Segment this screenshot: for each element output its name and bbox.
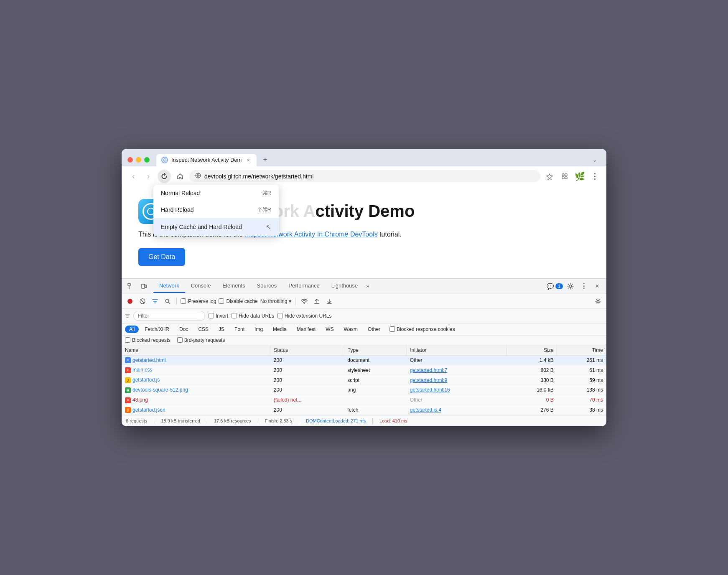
blocked-response-cookies-checkbox[interactable] (389, 326, 395, 332)
initiator-cell[interactable]: getstarted.html:16 (407, 385, 507, 395)
filter-toggle-button[interactable] (150, 296, 160, 306)
tab-sources[interactable]: Sources (251, 279, 283, 293)
bookmark-button[interactable] (544, 170, 555, 182)
devtools-inspect-icon[interactable] (125, 279, 137, 294)
filter-ws[interactable]: WS (321, 326, 338, 333)
blocked-requests-checkbox[interactable] (125, 337, 130, 343)
blocked-response-cookies-label[interactable]: Blocked response cookies (389, 326, 455, 332)
filter-all[interactable]: All (125, 326, 139, 333)
record-button[interactable] (125, 296, 135, 306)
tab-dropdown-button[interactable]: ⌄ (589, 154, 601, 166)
initiator-link[interactable]: getstarted.js:4 (410, 407, 441, 413)
forward-button[interactable]: › (143, 170, 154, 182)
new-tab-button[interactable]: + (259, 154, 271, 166)
col-header-status[interactable]: Status (270, 345, 344, 356)
filter-doc[interactable]: Doc (175, 326, 192, 333)
filter-manifest[interactable]: Manifest (293, 326, 320, 333)
third-party-requests-checkbox[interactable] (177, 337, 183, 343)
devtools-close-button[interactable]: × (591, 279, 603, 294)
name-cell[interactable]: ✕48.png (122, 395, 270, 405)
table-row[interactable]: ≡getstarted.html 200 document Other 1.4 … (122, 355, 606, 365)
throttle-select[interactable]: No throttling ▾ (260, 298, 292, 304)
filter-fetch-xhr[interactable]: Fetch/XHR (140, 326, 173, 333)
filter-wasm[interactable]: Wasm (340, 326, 362, 333)
close-window-button[interactable] (127, 157, 133, 163)
col-header-type[interactable]: Type (344, 345, 406, 356)
col-header-time[interactable]: Time (557, 345, 606, 356)
file-name[interactable]: getstarted.json (132, 407, 165, 413)
col-header-size[interactable]: Size (507, 345, 557, 356)
search-button[interactable] (163, 296, 173, 306)
hard-reload-item[interactable]: Hard Reload ⇧⌘R (153, 201, 279, 218)
filter-font[interactable]: Font (230, 326, 249, 333)
name-cell[interactable]: {}getstarted.json (122, 405, 270, 415)
filter-other[interactable]: Other (364, 326, 384, 333)
file-name[interactable]: main.css (132, 367, 152, 373)
active-tab[interactable]: Inspect Network Activity Dem × (156, 154, 257, 166)
hide-data-urls-checkbox[interactable] (232, 313, 237, 318)
filter-js[interactable]: JS (214, 326, 229, 333)
profile-button[interactable]: 🌿 (574, 170, 585, 182)
address-bar[interactable]: devtools.glitch.me/network/getstarted.ht… (189, 170, 540, 182)
console-error-badge[interactable]: 💬 1 (547, 283, 563, 290)
name-cell[interactable]: ≡getstarted.html (122, 355, 270, 365)
filter-img[interactable]: Img (250, 326, 267, 333)
third-party-requests-label[interactable]: 3rd-party requests (177, 337, 225, 343)
invert-label[interactable]: Invert (209, 313, 228, 319)
name-cell[interactable]: ✦main.css (122, 365, 270, 375)
table-row[interactable]: Jgetstarted.js 200 script getstarted.htm… (122, 375, 606, 385)
back-button[interactable]: ‹ (127, 170, 139, 182)
tab-console[interactable]: Console (185, 279, 217, 293)
tab-lighthouse[interactable]: Lighthouse (326, 279, 364, 293)
tab-more-button[interactable]: » (364, 280, 372, 293)
initiator-cell[interactable]: getstarted.js:4 (407, 405, 507, 415)
minimize-window-button[interactable] (136, 157, 141, 163)
table-row[interactable]: ✦main.css 200 stylesheet getstarted.html… (122, 365, 606, 375)
col-header-name[interactable]: Name (122, 345, 270, 356)
hide-data-urls-label[interactable]: Hide data URLs (232, 313, 274, 319)
blocked-requests-label[interactable]: Blocked requests (125, 337, 171, 343)
initiator-link[interactable]: getstarted.html:16 (410, 387, 450, 393)
tab-elements[interactable]: Elements (216, 279, 251, 293)
maximize-window-button[interactable] (144, 157, 150, 163)
hide-extension-urls-label[interactable]: Hide extension URLs (277, 313, 332, 319)
tab-performance[interactable]: Performance (283, 279, 325, 293)
menu-button[interactable]: ⋮ (589, 170, 601, 182)
initiator-cell[interactable]: Other (407, 355, 507, 365)
file-name[interactable]: devtools-square-512.png (132, 387, 188, 393)
initiator-cell[interactable]: Other (407, 395, 507, 405)
extensions-button[interactable] (559, 170, 570, 182)
upload-button[interactable] (312, 296, 322, 306)
initiator-link[interactable]: getstarted.html:9 (410, 377, 447, 383)
devtools-more-button[interactable]: ⋮ (578, 279, 590, 294)
initiator-cell[interactable]: getstarted.html:7 (407, 365, 507, 375)
name-cell[interactable]: Jgetstarted.js (122, 375, 270, 385)
devtools-device-icon[interactable] (138, 279, 150, 294)
disable-cache-label[interactable]: Disable cache (219, 298, 257, 304)
download-button[interactable] (324, 296, 334, 306)
col-header-initiator[interactable]: Initiator (407, 345, 507, 356)
wifi-button[interactable] (299, 296, 309, 306)
tab-close-button[interactable]: × (245, 157, 252, 163)
invert-checkbox[interactable] (209, 313, 214, 318)
table-row[interactable]: ✕48.png (failed) net... Other 0 B 70 ms (122, 395, 606, 405)
home-button[interactable] (174, 170, 186, 182)
normal-reload-item[interactable]: Normal Reload ⌘R (153, 185, 279, 201)
initiator-link[interactable]: getstarted.html:7 (410, 367, 447, 373)
file-name[interactable]: getstarted.html (132, 357, 165, 363)
clear-button[interactable] (137, 296, 148, 306)
network-settings-button[interactable] (593, 296, 603, 306)
devtools-settings-button[interactable] (565, 279, 576, 294)
filter-css[interactable]: CSS (194, 326, 213, 333)
initiator-cell[interactable]: getstarted.html:9 (407, 375, 507, 385)
name-cell[interactable]: ▣devtools-square-512.png (122, 385, 270, 395)
get-data-button[interactable]: Get Data (138, 248, 185, 266)
table-row[interactable]: ▣devtools-square-512.png 200 png getstar… (122, 385, 606, 395)
preserve-log-checkbox[interactable] (181, 298, 186, 304)
hide-extension-urls-checkbox[interactable] (277, 313, 283, 318)
empty-cache-reload-item[interactable]: Empty Cache and Hard Reload ↖ (153, 218, 279, 236)
filter-media[interactable]: Media (269, 326, 291, 333)
filter-input[interactable] (133, 311, 205, 321)
table-row[interactable]: {}getstarted.json 200 fetch getstarted.j… (122, 405, 606, 415)
reload-button[interactable] (158, 170, 171, 183)
